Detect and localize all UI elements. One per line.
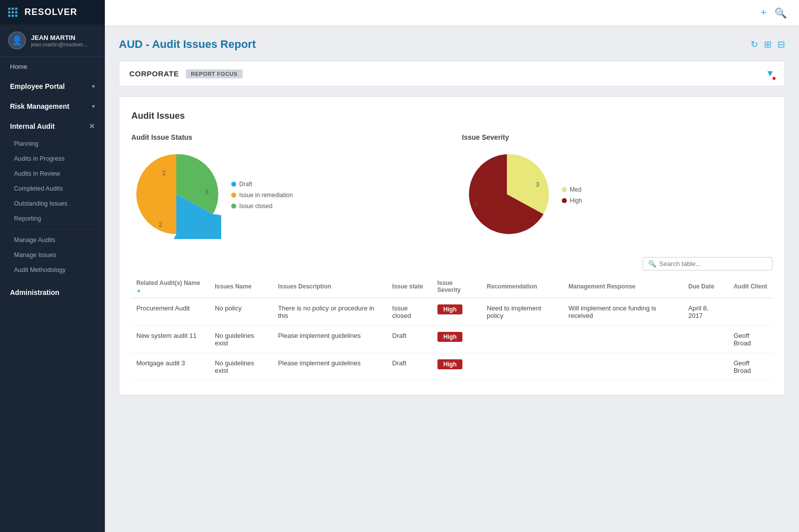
sidebar-item-administration[interactable]: Administration: [0, 282, 105, 302]
cell-issue-state: Draft: [387, 353, 432, 381]
sidebar-item-risk-management[interactable]: Risk Management ▾: [0, 96, 105, 116]
table-row: Mortgage audit 3 No guidelines exist Ple…: [131, 353, 773, 381]
cell-severity: High: [432, 298, 482, 326]
col-related-audit: Related Audit(s) Name ▲: [131, 275, 210, 298]
refresh-icon[interactable]: ↻: [751, 39, 758, 50]
status-pie-chart: 2 3 2: [131, 149, 221, 239]
cell-due-date: [683, 326, 729, 353]
severity-legend: Med High: [562, 186, 582, 204]
cell-issue-state: Issue closed: [387, 298, 432, 326]
table-search-input[interactable]: [659, 260, 767, 267]
draft-dot: [231, 182, 236, 187]
sidebar-item-outstanding-issues[interactable]: Outstanding Issues: [0, 196, 105, 211]
legend-high: High: [562, 197, 582, 204]
severity-badge: High: [437, 332, 463, 342]
cell-related-audit: New system audit 11: [131, 326, 210, 353]
cell-recommendation: [482, 326, 564, 353]
table-body: Procurement Audit No policy There is no …: [131, 298, 773, 381]
sev-label-3: 3: [536, 181, 539, 188]
cell-recommendation: [482, 353, 564, 381]
avatar: 👤: [8, 31, 26, 49]
cell-issues-desc: There is no policy or procedure in this: [273, 298, 388, 326]
internal-audit-label: Internal Audit: [10, 122, 55, 130]
status-label-2a: 2: [162, 170, 166, 177]
cell-due-date: [683, 353, 729, 381]
table-search-row: 🔍: [131, 257, 773, 270]
sidebar-item-internal-audit[interactable]: Internal Audit ✕: [0, 116, 105, 136]
risk-management-label: Risk Management: [10, 102, 69, 110]
remediation-dot: [231, 193, 236, 198]
closed-dot: [231, 204, 236, 209]
topbar: + 🔍: [105, 0, 799, 26]
high-dot: [562, 198, 567, 203]
table-search-container: 🔍: [643, 257, 773, 270]
employee-portal-label: Employee Portal: [10, 82, 65, 90]
sidebar-item-audits-in-progress[interactable]: Audits in Progress: [0, 151, 105, 166]
export-list-icon[interactable]: ⊟: [778, 39, 785, 50]
col-issues-desc: Issues Description: [273, 275, 388, 298]
col-recommendation: Recommendation: [482, 275, 564, 298]
status-pie-container: 2 3 2: [131, 149, 221, 241]
status-chart-title: Audit Issue Status: [131, 133, 442, 141]
severity-chart-title: Issue Severity: [462, 133, 773, 141]
sort-icon[interactable]: ▲: [136, 287, 141, 293]
sidebar-item-reporting[interactable]: Reporting: [0, 211, 105, 226]
severity-pie-chart: 3 4: [462, 149, 552, 239]
content-area: AUD - Audit Issues Report ↻ ⊞ ⊟ CORPORAT…: [105, 26, 799, 532]
legend-closed: Issue closed: [231, 203, 293, 210]
cell-due-date: April 8, 2017: [683, 298, 729, 326]
col-issue-state: Issue state: [387, 275, 432, 298]
chevron-down-icon: ▾: [92, 103, 95, 110]
cell-issues-desc: Please implement guidelines: [273, 326, 388, 353]
cell-issues-desc: Please implement guidelines: [273, 353, 388, 381]
cell-issues-name: No guidelines exist: [210, 353, 273, 381]
sidebar-divider: [10, 229, 95, 230]
sidebar-item-completed-audits[interactable]: Completed Audits: [0, 181, 105, 196]
sidebar-item-manage-issues[interactable]: Manage Issues: [0, 248, 105, 263]
severity-chart-block: Issue Severity 3 4: [462, 133, 773, 241]
severity-badge: High: [437, 304, 463, 314]
audit-issues-title: Audit Issues: [131, 111, 773, 121]
logo-text: RESOLVER: [24, 7, 77, 17]
sidebar-item-manage-audits[interactable]: Manage Audits: [0, 233, 105, 248]
chevron-down-icon: ▾: [92, 83, 95, 90]
cell-severity: High: [432, 353, 482, 381]
sidebar-item-planning[interactable]: Planning: [0, 136, 105, 151]
administration-label: Administration: [10, 288, 59, 296]
remediation-label: Issue in remediation: [239, 192, 293, 199]
sidebar-item-employee-portal[interactable]: Employee Portal ▾: [0, 76, 105, 96]
page-title: AUD - Audit Issues Report: [119, 38, 256, 51]
audit-issues-card: Audit Issues Audit Issue Status: [119, 96, 785, 395]
sidebar-item-audit-methodology[interactable]: Audit Methodology: [0, 263, 105, 277]
search-icon: 🔍: [648, 260, 656, 267]
col-issues-name: Issues Name: [210, 275, 273, 298]
status-label-2b: 2: [159, 221, 162, 228]
cell-severity: High: [432, 326, 482, 353]
med-dot: [562, 187, 567, 192]
user-profile[interactable]: 👤 JEAN MARTIN jean.martin@resolver...: [0, 24, 105, 57]
cell-audit-client: Geoff Broad: [729, 326, 773, 353]
home-label: Home: [10, 63, 27, 70]
table-header: Related Audit(s) Name ▲ Issues Name Issu…: [131, 275, 773, 298]
report-org: CORPORATE: [129, 69, 179, 78]
main-area: + 🔍 AUD - Audit Issues Report ↻ ⊞ ⊟ CORP…: [105, 0, 799, 532]
legend-draft: Draft: [231, 181, 293, 188]
user-email: jean.martin@resolver...: [31, 41, 87, 47]
sidebar-item-home[interactable]: Home: [0, 57, 105, 76]
add-button[interactable]: +: [761, 7, 767, 18]
cell-mgmt-response: [563, 353, 683, 381]
issues-table-section: 🔍 Related Audit(s) Name ▲ Issues Name Is…: [131, 257, 773, 381]
filter-icon[interactable]: ▼: [766, 68, 775, 79]
report-focus-bar: CORPORATE REPORT FOCUS ▼: [119, 61, 785, 86]
sidebar-item-audits-in-review[interactable]: Audits in Review: [0, 166, 105, 181]
issues-table: Related Audit(s) Name ▲ Issues Name Issu…: [131, 275, 773, 381]
close-icon: ✕: [89, 122, 95, 130]
closed-label: Issue closed: [239, 203, 273, 210]
export-table-icon[interactable]: ⊞: [764, 39, 772, 50]
legend-med: Med: [562, 186, 582, 193]
table-row: Procurement Audit No policy There is no …: [131, 298, 773, 326]
orange-slice: [136, 154, 176, 234]
search-icon[interactable]: 🔍: [775, 7, 787, 19]
draft-label: Draft: [239, 181, 252, 188]
col-due-date: Due Date: [683, 275, 729, 298]
